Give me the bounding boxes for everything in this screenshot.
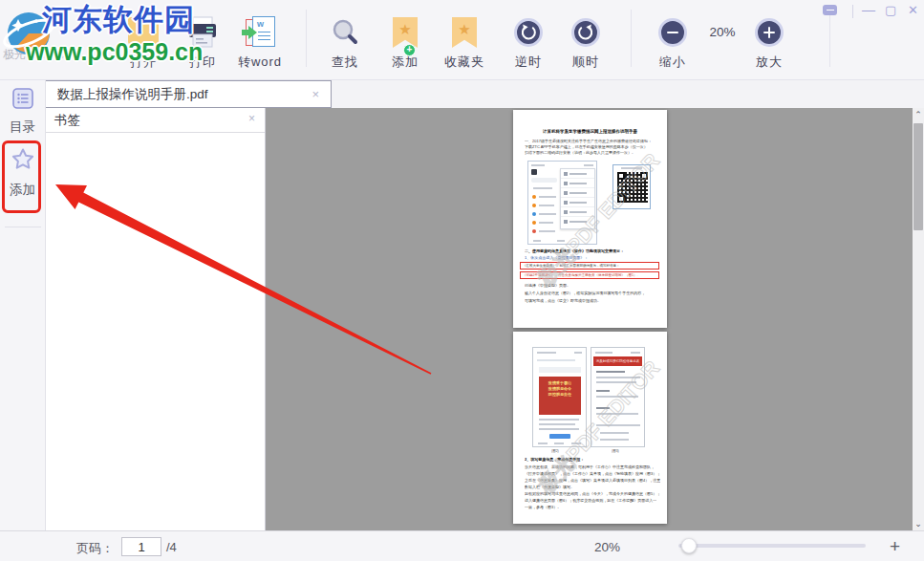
p2-red-banner-strip: 请及时填写疫情防控信息总表 xyxy=(593,356,642,366)
rotate-cw-icon xyxy=(571,14,600,51)
app-name: 极光PDF阅读器 xyxy=(3,47,83,63)
toolbar-divider xyxy=(306,10,307,67)
bookmarks-panel-close-icon[interactable]: × xyxy=(248,112,255,125)
bookmark-add-icon: ★ xyxy=(393,17,418,48)
p2-red-banner-line: 疫情就是命令 xyxy=(541,386,579,391)
p2-line: 进入健康信息页面（图6）；有序提交符合规则，如在《工作提醒》页面进入一 xyxy=(525,498,656,503)
p2-phone-screenshot-left: 疫情重于泰山 疫情就是命令 防控就是责任 xyxy=(532,347,587,447)
p1-line: 扫描下面的二维码进行安装（说明：此步每人只需要操作一次）。 xyxy=(525,150,635,155)
zoom-out-button[interactable]: 缩小 xyxy=(652,8,694,71)
to-word-button[interactable]: w 转word xyxy=(232,8,288,71)
p1-qr-code xyxy=(612,164,651,209)
pdf-page-1[interactable]: 计算机科学系复学缴费情况网上报送操作说明手册 一、2017级学生必须按时关注科学… xyxy=(513,110,667,328)
tab-title: 数据上报操作说明手册.pdf xyxy=(57,86,312,103)
p2-red-banner-line: 疫情重于泰山 xyxy=(541,380,579,385)
toc-list-icon xyxy=(11,86,35,111)
p1-section: 二、使用健康码信息系统里《操作》功能项填写交费项目： xyxy=(525,248,624,253)
p1-red-highlight-1: 《在校大学生学杂费》，如可在页面底部缴纳查询，填写好信息； xyxy=(520,262,659,270)
statusbar-zoom-percent: 20% xyxy=(594,540,620,554)
p2-red-banner-line: 防控就是责任 xyxy=(541,392,579,397)
rotate-ccw-label: 逆时 xyxy=(515,54,542,71)
print-label: 打印 xyxy=(189,54,216,71)
minimize-button[interactable]: — xyxy=(862,2,875,17)
sidebar-item-add-bookmark[interactable]: 添加 xyxy=(0,145,45,199)
bookmarks-panel-header: 书签 × xyxy=(46,108,265,133)
search-icon xyxy=(330,14,360,51)
app-window: 极光PDF阅读器 打开 打印 xyxy=(0,0,924,561)
winctl-divider xyxy=(852,5,853,18)
p1-red-highlight-2: 《可能2不适用进行》，点击负责选择并注册收费《健康码登记陪同》（图1）。 xyxy=(520,271,659,279)
slider-zoom-in-button[interactable]: + xyxy=(890,536,900,557)
print-button[interactable]: 打印 xyxy=(182,8,224,71)
document-tab[interactable]: 数据上报操作说明手册.pdf × xyxy=(44,80,332,108)
p2-line: 《打开申请流程页》，点击《工作台》菜单项，点击《智能填表》应用（图3）； xyxy=(525,471,660,476)
p2-caption: (图2) xyxy=(551,449,559,454)
p1-line: 一、2017级学生必须按时关注科学学生产生信息之外的缴费途径前提须知： xyxy=(525,139,652,143)
toolbar: 极光PDF阅读器 打开 打印 xyxy=(0,0,924,80)
p1-line: 下载ZTC APP手机客户端上，已在手机端安装使用的忽略本步（仅一次） xyxy=(525,144,648,149)
plus-badge-icon: + xyxy=(403,44,416,56)
p1-title: 计算机科学系复学缴费情况网上报送操作说明手册 xyxy=(513,129,667,134)
printer-icon xyxy=(185,14,220,51)
favorites-label: 收藏夹 xyxy=(444,54,484,71)
p1-dropdown-menu xyxy=(560,168,595,229)
p2-caption: (图3) xyxy=(612,449,619,454)
sidebar: 目录 添加 xyxy=(0,80,46,530)
page-number-label: 页码： xyxy=(76,540,114,557)
maximize-button[interactable]: ▢ xyxy=(885,3,896,17)
p2-section: 2、填写健康信息，完成信息申报： xyxy=(525,457,584,462)
p2-line: 如有对应的填写与这里信息相同，点击《今天》，完成今天的健康信息（图5）； xyxy=(525,491,660,496)
bookmark-star-icon: ★ xyxy=(452,17,477,48)
document-preview[interactable]: 计算机科学系复学缴费情况网上报送操作说明手册 一、2017级学生必须按时关注科学… xyxy=(266,108,913,530)
add-label: 添加 xyxy=(392,54,419,71)
zoom-slider-track[interactable] xyxy=(678,544,866,548)
open-button[interactable]: 打开 xyxy=(122,8,164,71)
word-convert-icon: w xyxy=(243,14,277,51)
star-outline-icon xyxy=(9,145,37,174)
find-button[interactable]: 查找 xyxy=(324,8,366,71)
toolbar-divider xyxy=(829,10,830,67)
p1-line: 可填写完成，点击《提交》即完成申报成功。 xyxy=(525,298,601,303)
rotate-ccw-button[interactable]: 逆时 xyxy=(507,8,549,71)
tab-bar: 数据上报操作说明手册.pdf × xyxy=(46,80,924,108)
page-number-input[interactable] xyxy=(121,537,161,556)
sidebar-item-toc[interactable]: 目录 xyxy=(0,86,45,136)
p1-line: 已选择《申报类型》页面。 xyxy=(525,283,570,288)
vertical-scrollbar[interactable]: ⌃ ⌄ xyxy=(913,108,924,530)
zoom-out-label: 缩小 xyxy=(659,54,686,71)
rotate-cw-button[interactable]: 顺时 xyxy=(565,8,607,71)
page-total: /4 xyxy=(166,540,177,554)
zoom-in-button[interactable]: 放大 xyxy=(748,8,790,71)
zoom-in-icon xyxy=(755,14,784,51)
sidebar-divider xyxy=(5,227,41,227)
rotate-cw-label: 顺时 xyxy=(572,54,599,71)
zoom-out-icon xyxy=(658,14,687,51)
tab-close-icon[interactable]: × xyxy=(312,87,319,101)
toolbar-zoom-percent: 20% xyxy=(705,25,740,39)
folder-open-icon xyxy=(128,21,159,44)
p2-line: 一致，参考（图3）。 xyxy=(525,505,561,509)
p1-line: 输入个人身份证信息（图2），根据实际情况项目填写每个学生的内容， xyxy=(525,291,645,295)
p1-app-screenshot xyxy=(527,161,597,245)
scroll-down-icon[interactable]: ⌄ xyxy=(913,518,924,529)
p2-line: 当天信息有误、未成功的问题，可利用于《工作台》中注意完成检查和团队， xyxy=(525,464,655,469)
favorites-button[interactable]: ★ 收藏夹 xyxy=(441,8,487,71)
feedback-button[interactable] xyxy=(823,5,837,15)
find-label: 查找 xyxy=(332,54,358,71)
feedback-bubble-icon xyxy=(823,5,837,15)
close-button[interactable]: ✕ xyxy=(908,3,918,17)
open-label: 打开 xyxy=(130,54,157,71)
scrollbar-thumb[interactable] xyxy=(913,123,923,230)
rotate-ccw-icon xyxy=(514,14,543,51)
scroll-up-icon[interactable]: ⌃ xyxy=(913,109,924,120)
p2-line: 数据入栏《所属类型》填写。 xyxy=(525,485,574,489)
pdf-page-2[interactable]: 疫情重于泰山 疫情就是命令 防控就是责任 请及时填写疫情防控信息总表 xyxy=(513,332,667,524)
zoom-slider-thumb[interactable] xyxy=(681,538,697,553)
zoom-in-label: 放大 xyxy=(756,54,783,71)
p2-phone-screenshot-right: 请及时填写疫情防控信息总表 xyxy=(591,347,645,447)
sidebar-add-label: 添加 xyxy=(0,182,45,199)
toolbar-divider xyxy=(631,10,632,67)
bookmarks-panel-title: 书签 xyxy=(54,112,80,129)
add-bookmark-button[interactable]: ★ + 添加 xyxy=(384,8,426,71)
p1-item: 1、依次点击进入《查找项目页面》： xyxy=(525,255,588,260)
